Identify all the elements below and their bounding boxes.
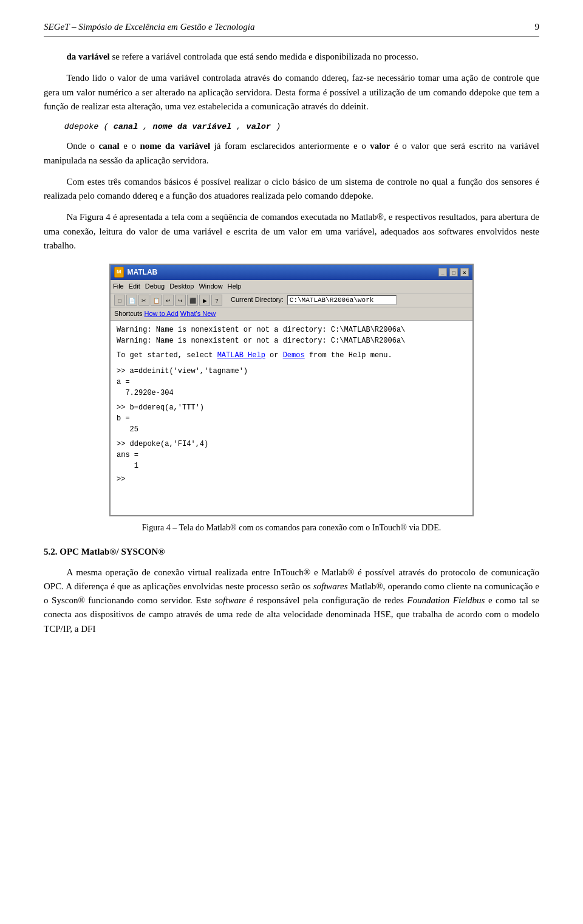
menu-desktop[interactable]: Desktop <box>169 281 194 292</box>
toolbar-icon-2[interactable]: 📄 <box>126 295 137 306</box>
prompt-1: >> <box>117 367 125 375</box>
code-text: ddepoke ( canal , nome da variável , val… <box>64 122 281 131</box>
bold-nome-variavel: nome da variável <box>140 141 211 151</box>
toolbar-icon-6[interactable]: ↪ <box>175 295 186 306</box>
prompt-3: >> <box>117 440 125 448</box>
figure-4: M MATLAB _ □ × File Edit Debug Desktop W… <box>44 264 539 534</box>
matlab-toolbar: □ 📄 ✂ 📋 ↩ ↪ ⬛ ▶ ? Current Directory: <box>111 293 472 307</box>
prompt-2: >> <box>117 403 125 412</box>
toolbar-icons: □ 📄 ✂ 📋 ↩ ↪ ⬛ ▶ ? <box>114 295 222 306</box>
menu-window[interactable]: Window <box>199 281 222 292</box>
warning-1: Warning: Name is nonexistent or not a di… <box>117 324 466 335</box>
menu-help[interactable]: Help <box>228 281 242 292</box>
italic-software: software <box>215 595 246 605</box>
cmd1-line: >> a=ddeinit('view','tagname') <box>117 366 466 377</box>
page: SEGeT – Simpósio de Excelência em Gestão… <box>0 0 583 666</box>
var-a-value: 7.2920e-304 <box>117 388 466 399</box>
toolbar-icon-9[interactable]: ? <box>211 295 222 306</box>
paragraph-1: da variável se refere a variável control… <box>44 50 539 64</box>
matlab-body: Warning: Name is nonexistent or not a di… <box>111 321 472 515</box>
header-page-number: 9 <box>535 22 540 32</box>
close-button[interactable]: × <box>460 268 469 276</box>
matlab-title: MATLAB <box>128 267 158 278</box>
var-b-label: b = <box>117 413 466 424</box>
minimize-button[interactable]: _ <box>438 268 447 276</box>
code-ddepoke: ddepoke ( canal , nome da variável , val… <box>64 121 539 133</box>
matlab-logo: M <box>114 267 124 278</box>
header-title: SEGeT – Simpósio de Excelência em Gestão… <box>44 22 254 32</box>
menu-edit[interactable]: Edit <box>129 281 140 292</box>
italic-softwares: softwares <box>313 581 348 591</box>
final-prompt: >> <box>117 474 466 485</box>
var-b-value: 25 <box>117 424 466 435</box>
paragraph-6: A mesma operação de conexão virtual real… <box>44 566 539 636</box>
toolbar-icon-8[interactable]: ▶ <box>199 295 210 306</box>
bold-valor: valor <box>370 141 390 151</box>
italic-foundation-fieldbus: Foundation Fieldbus <box>407 595 485 605</box>
toolbar-icon-3[interactable]: ✂ <box>138 295 149 306</box>
page-header: SEGeT – Simpósio de Excelência em Gestão… <box>44 22 539 36</box>
current-dir-label: Current Directory: <box>231 295 284 305</box>
paragraph-5: Na Figura 4 é apresentada a tela com a s… <box>44 210 539 253</box>
cmd1-text: a=ddeinit('view','tagname') <box>130 367 248 375</box>
var-ans-label: ans = <box>117 450 466 460</box>
maximize-button[interactable]: □ <box>449 268 458 276</box>
var-a-label: a = <box>117 377 466 388</box>
matlab-shortcuts-bar: Shortcuts How to Add What's New <box>111 307 472 321</box>
current-dir-input[interactable] <box>287 295 397 305</box>
toolbar-icon-1[interactable]: □ <box>114 295 125 306</box>
bold-da-variavel: da variável <box>67 52 110 61</box>
shortcuts-label: Shortcuts <box>114 310 145 317</box>
figure-caption: Figura 4 – Tela do Matlab® com os comand… <box>44 521 539 535</box>
help-text-line: To get started, select MATLAB Help or De… <box>117 350 466 361</box>
how-to-add-link[interactable]: How to Add <box>145 310 179 317</box>
cmd3-line: >> ddepoke(a,'FI4',4) <box>117 439 466 450</box>
body-content: da variável se refere a variável control… <box>44 50 539 636</box>
prompt-4: >> <box>117 475 125 484</box>
toolbar-icon-5[interactable]: ↩ <box>163 295 174 306</box>
toolbar-icon-4[interactable]: 📋 <box>151 295 162 306</box>
matlab-help-link[interactable]: MATLAB Help <box>217 351 265 360</box>
toolbar-icon-7[interactable]: ⬛ <box>187 295 198 306</box>
var-ans-value: 1 <box>117 460 466 471</box>
matlab-titlebar: M MATLAB _ □ × <box>111 265 472 280</box>
paragraph-3: Onde o canal e o nome da variável já for… <box>44 139 539 168</box>
matlab-window: M MATLAB _ □ × File Edit Debug Desktop W… <box>109 264 474 516</box>
warning-2: Warning: Name is nonexistent or not a di… <box>117 335 466 346</box>
whats-new-link[interactable]: What's New <box>180 310 216 317</box>
section-heading-52: 5.2. OPC Matlab®/ SYSCON® <box>44 545 539 559</box>
paragraph-4: Com estes três comandos básicos é possív… <box>44 175 539 204</box>
bold-canal: canal <box>99 141 120 151</box>
demos-link[interactable]: Demos <box>283 351 305 360</box>
cmd3-text: ddepoke(a,'FI4',4) <box>130 440 209 448</box>
menu-file[interactable]: File <box>113 281 124 292</box>
matlab-menubar: File Edit Debug Desktop Window Help <box>111 280 472 293</box>
cmd2-line: >> b=ddereq(a,'TTT') <box>117 402 466 413</box>
paragraph-2: Tendo lido o valor de uma variável contr… <box>44 71 539 114</box>
menu-debug[interactable]: Debug <box>145 281 165 292</box>
cmd2-text: b=ddereq(a,'TTT') <box>130 403 204 412</box>
